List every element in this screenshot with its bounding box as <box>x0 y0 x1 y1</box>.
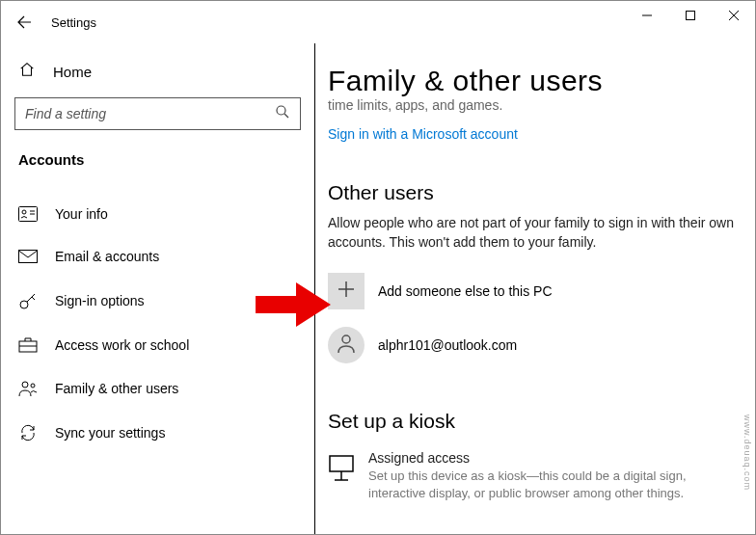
briefcase-icon <box>18 337 38 353</box>
back-icon[interactable] <box>14 14 34 30</box>
people-icon <box>18 380 38 397</box>
svg-line-5 <box>284 114 288 118</box>
svg-rect-10 <box>19 251 38 263</box>
sidebar-item-label: Email & accounts <box>55 249 159 264</box>
sidebar-home[interactable]: Home <box>14 51 301 92</box>
avatar <box>328 327 364 363</box>
maximize-button[interactable] <box>668 1 712 30</box>
search-box[interactable] <box>14 97 301 130</box>
home-icon <box>18 61 36 82</box>
kiosk-icon <box>328 450 355 487</box>
svg-line-13 <box>32 297 35 300</box>
content-pane: Family & other users time limits, apps, … <box>314 43 755 534</box>
sidebar-item-family[interactable]: Family & other users <box>14 366 301 411</box>
window-title: Settings <box>51 15 96 30</box>
sidebar-item-email[interactable]: Email & accounts <box>14 235 301 278</box>
add-user-row[interactable]: Add someone else to this PC <box>328 273 734 309</box>
user-row[interactable]: alphr101@outlook.com <box>328 327 734 363</box>
sidebar-item-label: Family & other users <box>55 381 178 396</box>
svg-rect-1 <box>686 12 694 20</box>
sidebar-item-label: Your info <box>55 206 108 222</box>
close-button[interactable] <box>712 1 755 30</box>
sidebar-item-label: Sync your settings <box>55 425 165 441</box>
svg-point-16 <box>22 382 28 388</box>
sidebar-item-signin[interactable]: Sign-in options <box>14 278 301 324</box>
assigned-access-row[interactable]: Assigned access Set up this device as a … <box>328 450 734 502</box>
minimize-button[interactable] <box>625 1 668 30</box>
other-users-desc: Allow people who are not part of your fa… <box>328 214 734 252</box>
watermark: www.deuaq.com <box>742 415 752 491</box>
assigned-access-desc: Set up this device as a kiosk—this could… <box>368 468 734 502</box>
key-icon <box>18 291 38 310</box>
truncated-text: time limits, apps, and games. <box>328 97 734 113</box>
svg-point-11 <box>20 301 28 308</box>
sidebar-home-label: Home <box>53 64 92 80</box>
mail-icon <box>18 250 38 263</box>
id-card-icon <box>18 206 38 222</box>
sync-icon <box>18 424 38 441</box>
sidebar-item-work-school[interactable]: Access work or school <box>14 324 301 366</box>
svg-point-4 <box>277 106 285 115</box>
kiosk-title: Set up a kiosk <box>328 410 734 433</box>
svg-point-17 <box>31 384 35 388</box>
search-input[interactable] <box>25 106 275 121</box>
page-title: Family & other users <box>328 65 734 97</box>
add-user-button[interactable] <box>328 273 364 309</box>
svg-rect-21 <box>330 456 353 471</box>
person-icon <box>336 333 357 358</box>
other-users-title: Other users <box>328 181 734 204</box>
user-email: alphr101@outlook.com <box>378 337 517 353</box>
plus-icon <box>338 281 355 302</box>
window-controls <box>625 1 755 30</box>
search-icon <box>275 104 290 123</box>
add-user-label: Add someone else to this PC <box>378 283 553 299</box>
signin-link[interactable]: Sign in with a Microsoft account <box>328 126 518 142</box>
sidebar-item-sync[interactable]: Sync your settings <box>14 411 301 455</box>
svg-point-20 <box>342 335 350 343</box>
assigned-access-title: Assigned access <box>368 450 734 466</box>
sidebar-item-your-info[interactable]: Your info <box>14 193 301 235</box>
svg-point-7 <box>22 210 26 214</box>
sidebar-item-label: Sign-in options <box>55 293 145 308</box>
svg-line-12 <box>27 294 35 302</box>
sidebar: Home Accounts Your info Email & accounts <box>1 43 315 534</box>
sidebar-category: Accounts <box>14 151 301 175</box>
sidebar-item-label: Access work or school <box>55 337 189 353</box>
